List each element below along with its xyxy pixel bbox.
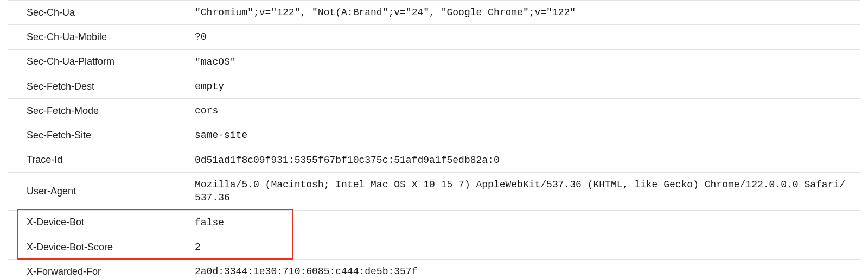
header-name: Sec-Ch-Ua	[8, 2, 187, 24]
header-name: Sec-Ch-Ua-Platform	[8, 50, 187, 73]
table-row: Trace-Id 0d51ad1f8c09f931:5355f67bf10c37…	[8, 148, 860, 172]
table-row: Sec-Ch-Ua-Mobile ?0	[8, 24, 860, 49]
header-name: User-Agent	[8, 180, 187, 203]
table-row: X-Forwarded-For 2a0d:3344:1e30:710:6085:…	[8, 259, 860, 278]
header-name: Sec-Fetch-Mode	[8, 100, 187, 122]
header-value: same-site	[187, 123, 860, 147]
header-name: Sec-Fetch-Site	[8, 124, 187, 147]
header-value: "Chromium";v="122", "Not(A:Brand";v="24"…	[187, 1, 860, 24]
header-value: false	[187, 211, 860, 235]
header-name: Sec-Ch-Ua-Mobile	[8, 26, 187, 48]
headers-panel: Sec-Ch-Ua "Chromium";v="122", "Not(A:Bra…	[8, 0, 860, 278]
header-value: Mozilla/5.0 (Macintosh; Intel Mac OS X 1…	[187, 173, 860, 210]
header-name: X-Forwarded-For	[8, 261, 187, 278]
table-row: Sec-Fetch-Mode cors	[8, 98, 860, 123]
header-value: "macOS"	[187, 50, 860, 74]
table-row: Sec-Fetch-Dest empty	[8, 74, 860, 98]
header-value: 0d51ad1f8c09f931:5355f67bf10c375c:51afd9…	[187, 148, 860, 172]
table-row: Sec-Fetch-Site same-site	[8, 123, 860, 147]
table-row: Sec-Ch-Ua-Platform "macOS"	[8, 49, 860, 74]
headers-table: Sec-Ch-Ua "Chromium";v="122", "Not(A:Bra…	[8, 0, 860, 278]
header-name: X-Device-Bot	[8, 211, 187, 233]
table-row: Sec-Ch-Ua "Chromium";v="122", "Not(A:Bra…	[8, 0, 860, 24]
header-name: Sec-Fetch-Dest	[8, 75, 187, 98]
header-value: 2a0d:3344:1e30:710:6085:c444:de5b:357f	[187, 260, 860, 278]
table-row: X-Device-Bot-Score 2	[8, 235, 860, 259]
header-value: cors	[187, 99, 860, 123]
header-name: Trace-Id	[8, 149, 187, 171]
header-value: 2	[187, 235, 860, 259]
header-name: X-Device-Bot-Score	[8, 236, 187, 258]
header-value: ?0	[187, 25, 860, 49]
table-row: User-Agent Mozilla/5.0 (Macintosh; Intel…	[8, 172, 860, 210]
table-row: X-Device-Bot false	[8, 210, 860, 235]
header-value: empty	[187, 74, 860, 98]
